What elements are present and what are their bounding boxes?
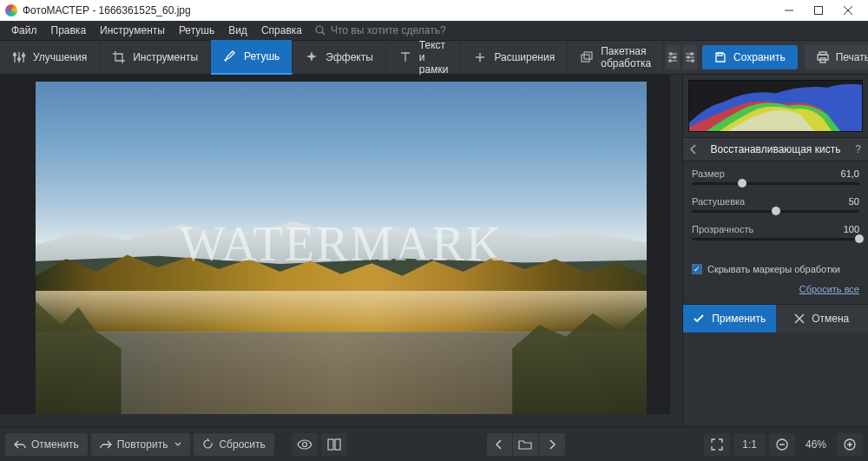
file-nav-group	[487, 433, 565, 456]
tab-tools[interactable]: Инструменты	[100, 40, 211, 75]
tab-retouch[interactable]: Ретушь	[211, 40, 293, 75]
scrollbar-horizontal[interactable]	[0, 414, 670, 426]
svg-point-10	[18, 58, 21, 61]
redo-button[interactable]: Повторить	[91, 433, 191, 456]
checkbox-checked-icon: ✓	[692, 264, 702, 274]
svg-rect-30	[818, 55, 828, 60]
slider-size-label: Размер	[692, 168, 725, 179]
print-label: Печать	[836, 51, 868, 63]
svg-rect-1	[815, 7, 823, 15]
svg-point-20	[674, 56, 676, 59]
cancel-label: Отмена	[812, 313, 849, 325]
histogram[interactable]	[688, 80, 863, 132]
text-icon	[398, 50, 412, 64]
zoom-actual-button[interactable]: 1:1	[733, 433, 766, 456]
search-icon	[315, 25, 326, 36]
redo-label: Повторить	[117, 438, 168, 451]
svg-point-21	[669, 60, 672, 63]
app-logo-icon	[5, 4, 17, 16]
photo-canvas[interactable]: WATERMARK	[36, 82, 647, 420]
preset-settings-2-button[interactable]	[683, 45, 697, 69]
brush-icon	[223, 49, 237, 63]
redo-icon	[100, 439, 112, 450]
tab-enhance-label: Улучшения	[33, 51, 87, 63]
tab-effects[interactable]: Эффекты	[293, 40, 386, 75]
svg-point-25	[691, 53, 694, 56]
slider-size[interactable]: Размер 61,0	[692, 168, 859, 196]
apply-button[interactable]: Применить	[683, 305, 776, 333]
svg-rect-33	[328, 439, 333, 450]
window-minimize-button[interactable]	[774, 0, 804, 21]
crop-icon	[112, 50, 126, 64]
menu-search-placeholder[interactable]: Что вы хотите сделать?	[331, 24, 446, 36]
hide-markers-label: Скрывать маркеры обработки	[707, 264, 840, 274]
window-maximize-button[interactable]	[804, 0, 833, 21]
window-title: ФотоМАСТЕР - 1666361525_60.jpg	[23, 4, 191, 16]
zoom-in-button[interactable]	[837, 433, 863, 456]
tab-batch[interactable]: Пакетная обработка	[568, 40, 664, 75]
svg-point-19	[670, 53, 673, 56]
svg-point-9	[14, 54, 16, 56]
reset-label: Сбросить	[219, 438, 265, 451]
window-close-button[interactable]	[833, 0, 863, 21]
bottom-bar: Отменить Повторить Сбросить 1:1 46%	[0, 426, 868, 461]
panel-header: Восстанавливающая кисть ?	[683, 137, 868, 161]
save-label: Сохранить	[733, 51, 786, 63]
print-icon	[817, 51, 829, 63]
main-toolbar: Улучшения Инструменты Ретушь Эффекты Тек…	[0, 40, 868, 75]
cancel-button[interactable]: Отмена	[776, 305, 869, 333]
stack-icon	[580, 50, 594, 64]
tab-text-label: Текст и рамки	[419, 39, 449, 76]
tab-enhance[interactable]: Улучшения	[0, 40, 100, 75]
menu-retouch[interactable]: Ретушь	[173, 23, 220, 38]
menu-bar: Файл Правка Инструменты Ретушь Вид Справ…	[0, 21, 868, 40]
next-file-button[interactable]	[539, 433, 565, 456]
side-panel: Восстанавливающая кисть ? Размер 61,0 Ра…	[682, 75, 868, 426]
slider-opacity[interactable]: Прозрачность 100	[692, 224, 859, 252]
tab-extensions[interactable]: Расширения	[461, 40, 568, 75]
menu-help[interactable]: Справка	[255, 23, 308, 38]
menu-edit[interactable]: Правка	[45, 23, 93, 38]
panel-help-button[interactable]: ?	[855, 143, 861, 155]
slider-feather[interactable]: Растушевка 50	[692, 196, 859, 224]
tab-text[interactable]: Текст и рамки	[386, 40, 462, 75]
svg-point-27	[692, 60, 694, 63]
tab-retouch-label: Ретушь	[244, 50, 279, 63]
close-icon	[794, 313, 805, 324]
watermark-text: WATERMARK	[180, 216, 503, 272]
canvas-viewport[interactable]: WATERMARK	[0, 75, 682, 426]
panel-back-button[interactable]	[690, 144, 697, 155]
menu-tools[interactable]: Инструменты	[94, 23, 171, 38]
hide-markers-checkbox[interactable]: ✓ Скрывать маркеры обработки	[683, 259, 868, 280]
undo-button[interactable]: Отменить	[5, 433, 88, 456]
svg-rect-14	[582, 55, 589, 62]
window-titlebar: ФотоМАСТЕР - 1666361525_60.jpg	[0, 0, 868, 21]
tab-tools-label: Инструменты	[133, 51, 198, 63]
svg-point-11	[23, 55, 25, 57]
preview-toggle-button[interactable]	[292, 433, 318, 456]
chevron-down-icon	[174, 442, 181, 447]
save-button[interactable]: Сохранить	[702, 45, 798, 69]
plus-icon	[473, 50, 487, 64]
compare-button[interactable]	[321, 433, 347, 456]
open-folder-button[interactable]	[513, 433, 539, 456]
slider-feather-label: Растушевка	[692, 196, 745, 207]
zoom-level: 46%	[799, 438, 833, 451]
svg-rect-34	[335, 439, 340, 450]
slider-feather-value: 50	[849, 196, 859, 207]
svg-point-26	[687, 56, 690, 59]
menu-view[interactable]: Вид	[222, 23, 253, 38]
prev-file-button[interactable]	[487, 433, 513, 456]
scrollbar-vertical[interactable]	[670, 75, 682, 426]
reset-button[interactable]: Сбросить	[194, 433, 273, 456]
reset-all-link[interactable]: Сбросить все	[799, 284, 859, 294]
check-icon	[693, 313, 705, 325]
slider-opacity-value: 100	[844, 224, 859, 234]
print-button[interactable]: Печать	[805, 45, 868, 69]
zoom-out-button[interactable]	[769, 433, 795, 456]
undo-icon	[14, 439, 26, 450]
fit-screen-button[interactable]	[704, 433, 730, 456]
apply-label: Применить	[712, 313, 766, 325]
menu-file[interactable]: Файл	[5, 23, 43, 38]
preset-settings-1-button[interactable]	[666, 45, 680, 69]
